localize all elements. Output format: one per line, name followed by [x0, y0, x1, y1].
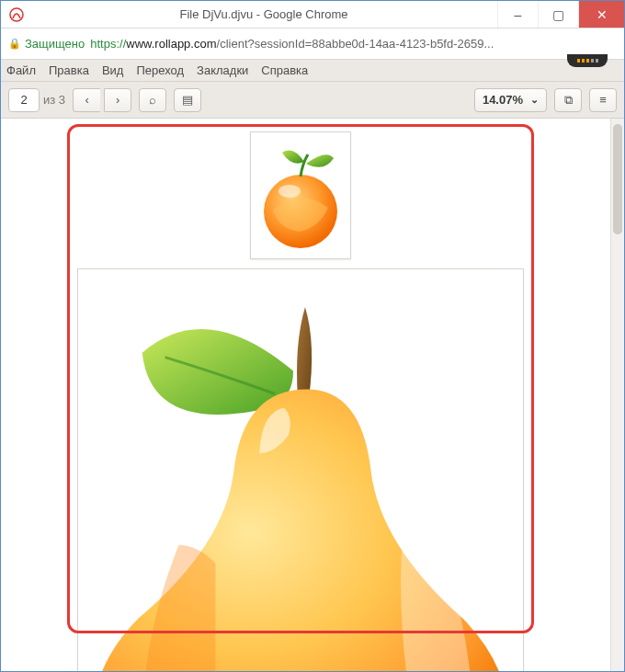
svg-point-2 [278, 185, 301, 198]
secure-badge[interactable]: 🔒 Защищено [8, 37, 85, 51]
app-toolbar: из 3 ‹ › ⌕ ▤ 14.07% ⌄ ⧉ ≡ [1, 82, 624, 119]
secure-label: Защищено [25, 37, 85, 51]
menu-file[interactable]: Файл [6, 63, 36, 77]
page-thumbnail-pear [77, 268, 524, 671]
page-number-input[interactable] [8, 88, 40, 112]
menu-edit[interactable]: Правка [49, 63, 89, 77]
document-pages[interactable] [67, 124, 534, 671]
hamburger-menu-button[interactable]: ≡ [589, 88, 617, 112]
close-button[interactable]: ✕ [578, 1, 624, 28]
svg-point-0 [10, 8, 23, 21]
window-controls: – ▢ ✕ [497, 1, 624, 28]
fit-icon: ⧉ [564, 93, 573, 108]
svg-point-3 [392, 445, 425, 463]
connection-indicator [567, 54, 608, 67]
url-host: www.rollapp.com [126, 37, 216, 51]
window-title: File DjVu.djvu - Google Chrome [30, 7, 497, 21]
page-nav-buttons: ‹ › [73, 88, 131, 112]
url-field[interactable]: https://www.rollapp.com/client?sessionId… [90, 37, 617, 51]
menu-go[interactable]: Переход [136, 63, 184, 77]
zoom-value: 14.07% [483, 93, 523, 107]
browser-address-bar: 🔒 Защищено https://www.rollapp.com/clien… [1, 28, 624, 60]
fit-page-button[interactable]: ⧉ [554, 88, 582, 112]
menu-icon: ≡ [599, 93, 607, 107]
window-titlebar: File DjVu.djvu - Google Chrome – ▢ ✕ [1, 1, 624, 28]
search-icon: ⌕ [149, 93, 156, 107]
menu-bookmarks[interactable]: Закладки [197, 63, 248, 77]
minimize-button[interactable]: – [497, 1, 538, 28]
scroll-thumb[interactable] [613, 124, 622, 234]
chevron-down-icon: ⌄ [530, 94, 539, 106]
app-icon [8, 6, 25, 23]
prev-page-button[interactable]: ‹ [73, 88, 100, 112]
page-thumbnail-orange [250, 131, 351, 259]
page-total-label: из 3 [43, 93, 65, 107]
url-protocol: https:// [90, 37, 126, 51]
chevron-right-icon: › [116, 93, 119, 107]
url-path: /client?sessionId=88abbe0d-14aa-4123-b5f… [217, 37, 494, 51]
search-button[interactable]: ⌕ [139, 88, 166, 112]
notes-icon: ▤ [182, 93, 193, 107]
djvu-viewer-app: Файл Правка Вид Переход Закладки Справка… [1, 60, 624, 671]
document-viewport [1, 119, 624, 671]
maximize-button[interactable]: ▢ [538, 1, 578, 28]
chevron-left-icon: ‹ [85, 93, 88, 107]
annotations-button[interactable]: ▤ [174, 88, 201, 112]
zoom-select[interactable]: 14.07% ⌄ [474, 88, 547, 112]
lock-icon: 🔒 [8, 38, 21, 50]
menu-help[interactable]: Справка [261, 63, 308, 77]
next-page-button[interactable]: › [104, 88, 131, 112]
page-navigator: из 3 [8, 88, 65, 112]
app-menubar: Файл Правка Вид Переход Закладки Справка [1, 60, 624, 82]
vertical-scrollbar[interactable] [610, 119, 624, 671]
menu-view[interactable]: Вид [102, 63, 124, 77]
